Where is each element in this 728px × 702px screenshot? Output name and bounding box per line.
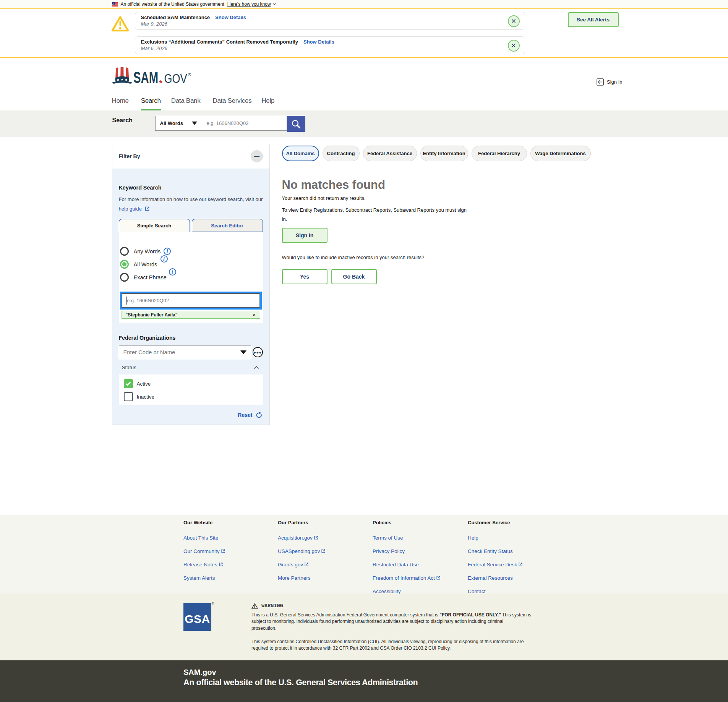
svg-text:GOV: GOV bbox=[164, 71, 187, 85]
svg-text:SAM: SAM bbox=[133, 68, 158, 85]
svg-text:®: ® bbox=[188, 72, 191, 77]
